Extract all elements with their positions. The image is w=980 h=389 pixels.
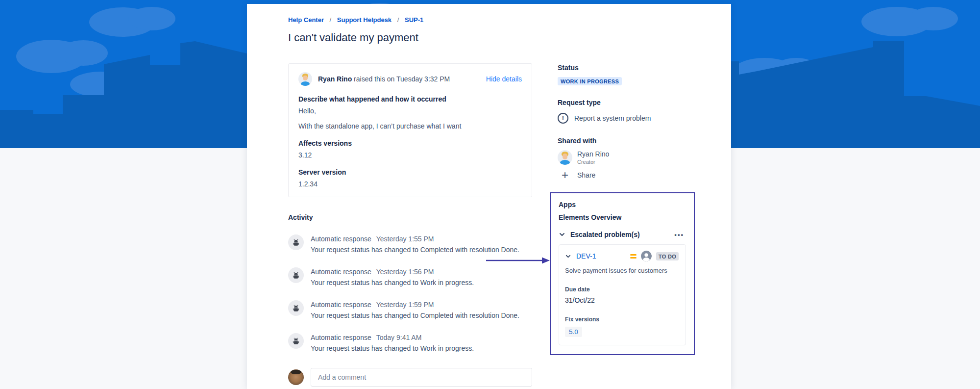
affects-versions-label: Affects versions [298, 139, 522, 148]
robot-icon [292, 337, 300, 345]
activity-item: Automatic responseYesterday 1:55 PM Your… [288, 234, 532, 255]
page-title: I can't validate my payment [288, 29, 696, 46]
reporter-avatar [298, 72, 312, 86]
assignee-avatar-icon [641, 251, 652, 261]
fix-versions-label: Fix versions [565, 316, 680, 323]
request-card-header: Ryan Rino raised this on Tuesday 3:32 PM… [298, 72, 522, 86]
activity-time: Yesterday 1:59 PM [376, 301, 434, 309]
activity-heading: Activity [288, 213, 532, 222]
activity-message: Your request status has changed to Compl… [311, 311, 519, 320]
issue-key-link[interactable]: DEV-1 [576, 252, 596, 260]
reporter-name: Ryan Rino [318, 75, 352, 83]
description-line: Hello, [298, 106, 522, 116]
activity-time: Yesterday 1:55 PM [376, 235, 434, 243]
activity-author: Automatic response [311, 334, 371, 341]
activity-author: Automatic response [311, 235, 371, 243]
annotation-arrow-icon [486, 257, 550, 264]
activity-message: Your request status has changed to Compl… [311, 245, 519, 255]
due-date-value: 31/Oct/22 [565, 296, 680, 304]
server-version-value: 1.2.34 [298, 180, 522, 189]
breadcrumb-separator: / [330, 16, 332, 24]
shared-person-name: Ryan Rino [577, 150, 609, 158]
request-type-value: Report a system problem [574, 114, 651, 122]
activity-time: Today 9:41 AM [376, 334, 422, 341]
activity-time: Yesterday 1:56 PM [376, 268, 434, 276]
chevron-down-icon[interactable] [565, 253, 571, 259]
activity-message: Your request status has changed to Work … [311, 344, 474, 353]
fix-version-chip[interactable]: 5.0 [565, 327, 582, 337]
automation-avatar [288, 333, 304, 349]
escalated-problems-label: Escalated problem(s) [570, 231, 640, 238]
robot-icon [292, 304, 300, 312]
raised-text: raised this on Tuesday 3:32 PM [352, 75, 450, 83]
issue-summary: Solve payment issues for customers [565, 266, 680, 275]
app-name: Elements Overview [559, 213, 686, 222]
chevron-down-icon[interactable] [559, 231, 565, 238]
portal-panel: Help Center / Support Helpdesk / SUP-1 I… [247, 4, 731, 389]
status-label: Status [558, 63, 695, 72]
ellipsis-menu-icon[interactable]: ••• [674, 231, 686, 238]
main-column: Ryan Rino raised this on Tuesday 3:32 PM… [288, 63, 532, 387]
shared-person-role: Creator [577, 159, 609, 165]
automation-avatar [288, 300, 304, 316]
breadcrumb-separator: / [397, 16, 399, 24]
sidebar: Status WORK IN PROGRESS Request type ! R… [550, 63, 695, 387]
due-date-label: Due date [565, 286, 680, 293]
description-line: With the standalone app, I can’t purchas… [298, 122, 522, 131]
apps-section-label: Apps [559, 200, 686, 209]
alert-circle-icon: ! [558, 113, 568, 124]
escalated-problems-group: Escalated problem(s) ••• [559, 231, 686, 238]
activity-item: Automatic responseToday 9:41 AM Your req… [288, 333, 532, 353]
breadcrumb-help-center[interactable]: Help Center [288, 16, 324, 24]
request-type-label: Request type [558, 98, 695, 107]
raised-line: Ryan Rino raised this on Tuesday 3:32 PM [318, 75, 450, 84]
share-button[interactable]: + Share [558, 169, 695, 182]
share-label: Share [577, 171, 595, 179]
hide-details-link[interactable]: Hide details [486, 75, 522, 83]
breadcrumb-support-helpdesk[interactable]: Support Helpdesk [337, 16, 392, 24]
affects-versions-value: 3.12 [298, 151, 522, 160]
apps-panel-highlight: Apps Elements Overview Escalated problem… [550, 192, 695, 355]
breadcrumb: Help Center / Support Helpdesk / SUP-1 [288, 16, 696, 24]
breadcrumb-request-key[interactable]: SUP-1 [405, 16, 423, 24]
activity-item: Automatic responseYesterday 1:59 PM Your… [288, 300, 532, 320]
activity-item: Automatic responseYesterday 1:56 PM Your… [288, 267, 532, 287]
shared-person-avatar [558, 150, 572, 165]
shared-person-row: Ryan Rino Creator [558, 150, 695, 165]
activity-author: Automatic response [311, 268, 371, 276]
request-details-card: Ryan Rino raised this on Tuesday 3:32 PM… [288, 63, 532, 197]
activity-message: Your request status has changed to Work … [311, 278, 474, 287]
status-badge: WORK IN PROGRESS [558, 77, 622, 85]
server-version-label: Server version [298, 168, 522, 177]
request-type-section: Request type ! Report a system problem [550, 98, 695, 124]
shared-with-label: Shared with [558, 136, 695, 145]
shared-with-section: Shared with Ryan Rino Creator + Share [550, 136, 695, 182]
current-user-avatar [288, 369, 304, 385]
priority-medium-icon [630, 254, 637, 259]
description-field-label: Describe what happened and how it occurr… [298, 95, 522, 104]
status-section: Status WORK IN PROGRESS [550, 63, 695, 85]
robot-icon [292, 271, 300, 280]
issue-status-badge: TO DO [656, 252, 679, 260]
linked-issue-card: DEV-1 TO DO Solve payment issues for cus… [559, 244, 686, 345]
robot-icon [292, 238, 300, 247]
activity-author: Automatic response [311, 301, 371, 309]
automation-avatar [288, 267, 304, 283]
automation-avatar [288, 234, 304, 250]
comment-input[interactable] [311, 368, 532, 387]
comment-row [288, 368, 532, 387]
plus-icon: + [558, 169, 572, 182]
